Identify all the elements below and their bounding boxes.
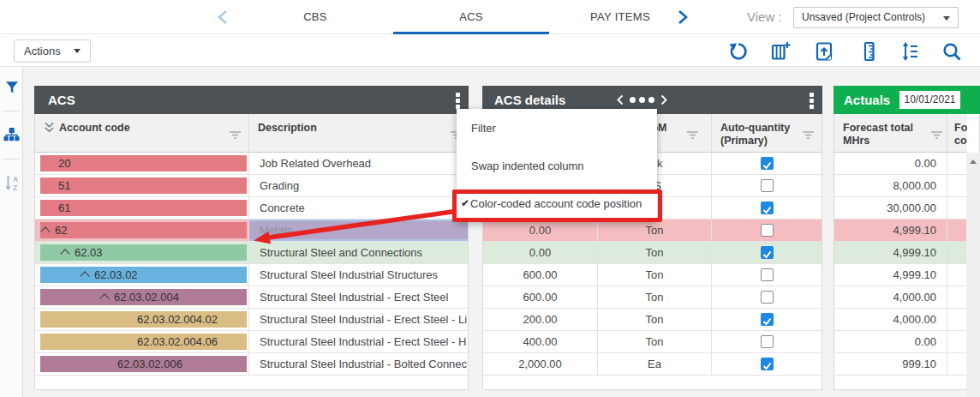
acs-row-62.03.02.004[interactable]: 62.03.02.004Structural Steel Industrial …	[35, 286, 468, 309]
collapse-all-icon[interactable]	[44, 122, 55, 133]
qty-cell[interactable]: 600.00	[483, 286, 598, 308]
acs-details-kebab-menu-icon[interactable]	[810, 93, 814, 109]
auto-quantity-cell[interactable]	[712, 175, 822, 196]
account-code-cell[interactable]: 62	[35, 220, 249, 241]
qty-cell[interactable]: 200.00	[483, 309, 598, 330]
nav-back-chevron-icon[interactable]	[217, 9, 229, 25]
page-prev-icon[interactable]	[617, 94, 624, 105]
description-cell[interactable]: Structural Steel Industrial - Bolted Con…	[249, 353, 468, 375]
account-code-cell[interactable]: 20	[35, 153, 249, 174]
acs-row-51[interactable]: 51Grading	[35, 175, 468, 197]
forecast-cost-cell[interactable]	[947, 286, 967, 308]
column-header-description[interactable]: Description	[249, 114, 468, 153]
menu-item-filter[interactable]: Filter	[457, 109, 657, 147]
acs-kebab-menu-icon[interactable]	[456, 93, 460, 109]
actuals-row[interactable]: 4,999.10	[834, 220, 967, 242]
auto-quantity-cell[interactable]	[712, 242, 822, 263]
actuals-row[interactable]: 8,000.00	[834, 175, 967, 197]
description-cell[interactable]: Job Related Overhead	[249, 153, 468, 174]
forecast-cost-cell[interactable]	[947, 197, 967, 219]
uom-cell[interactable]: Ton	[598, 220, 712, 241]
acs-details-row[interactable]: 600.00Ton	[483, 264, 822, 286]
account-code-cell[interactable]: 62.03.02	[35, 264, 249, 286]
forecast-mhrs-cell[interactable]: 4,999.10	[834, 242, 947, 263]
account-code-cell[interactable]: 62.03	[35, 242, 249, 263]
acs-details-row[interactable]: 2,000.00Ea	[483, 353, 822, 376]
collapse-row-icon[interactable]	[40, 226, 50, 236]
panel-pagination[interactable]	[617, 94, 667, 105]
column-header-auto-quantity[interactable]: Auto-quantity (Primary)	[712, 114, 822, 153]
collapse-row-icon[interactable]	[80, 271, 89, 280]
auto-quantity-cell[interactable]	[712, 286, 822, 308]
account-code-cell[interactable]: 62.03.02.006	[35, 353, 249, 375]
row-height-icon[interactable]	[899, 41, 920, 62]
acs-details-row[interactable]: 0.00Ton	[483, 220, 822, 242]
actuals-row[interactable]: 4,999.10	[834, 264, 967, 286]
account-code-cell[interactable]: 62.03.02.004.06	[35, 331, 249, 352]
forecast-cost-cell[interactable]	[947, 331, 967, 352]
acs-details-row[interactable]: 200.00Ton	[483, 309, 822, 331]
acs-details-row[interactable]: 600.00Ton	[483, 286, 822, 309]
actuals-date-field[interactable]: 10/01/2021	[899, 91, 960, 109]
description-cell[interactable]: Grading	[249, 175, 468, 196]
qty-cell[interactable]: 600.00	[483, 264, 598, 286]
uom-cell[interactable]: Ton	[598, 309, 712, 330]
auto-quantity-cell[interactable]	[712, 331, 822, 352]
page-next-icon[interactable]	[660, 94, 667, 105]
forecast-mhrs-cell[interactable]: 4,000.00	[834, 286, 947, 308]
auto-quantity-checkbox[interactable]	[761, 224, 774, 237]
uom-cell[interactable]: Ea	[598, 353, 712, 375]
acs-details-row[interactable]: 400.00Ton	[483, 331, 822, 353]
actuals-row[interactable]: 0.00	[834, 331, 967, 353]
acs-details-row[interactable]: 0.00Ton	[483, 242, 822, 264]
description-cell[interactable]: Structural Steel Industrial - Erect Stee…	[249, 331, 468, 352]
qty-cell[interactable]: 0.00	[483, 220, 598, 241]
forecast-mhrs-cell[interactable]: 8,000.00	[834, 175, 947, 196]
actions-button[interactable]: Actions	[14, 39, 91, 63]
nav-forward-chevron-icon[interactable]	[677, 9, 689, 25]
account-code-cell[interactable]: 51	[35, 175, 249, 196]
forecast-mhrs-cell[interactable]: 4,999.10	[834, 220, 947, 241]
vertical-scrollbar[interactable]	[966, 153, 980, 397]
auto-quantity-checkbox[interactable]	[761, 291, 774, 304]
forecast-cost-cell[interactable]	[947, 353, 967, 375]
add-column-icon[interactable]	[770, 41, 791, 62]
column-filter-icon[interactable]	[930, 130, 943, 140]
forecast-cost-cell[interactable]	[947, 175, 967, 196]
forecast-cost-cell[interactable]	[947, 309, 967, 330]
account-code-cell[interactable]: 62.03.02.004	[35, 286, 249, 308]
scroll-up-icon[interactable]	[970, 159, 977, 164]
menu-item-swap-indented-column[interactable]: Swap indented column	[457, 147, 657, 184]
column-header-forecast-cost[interactable]: Forecast total cost	[947, 114, 967, 153]
search-icon[interactable]	[941, 41, 962, 62]
acs-row-62.03.02.004.06[interactable]: 62.03.02.004.06Structural Steel Industri…	[35, 331, 468, 353]
acs-row-62.03.02[interactable]: 62.03.02Structural Steel Industrial Stru…	[35, 264, 468, 286]
actuals-row[interactable]: 4,999.10	[834, 242, 967, 264]
acs-row-20[interactable]: 20Job Related Overhead	[35, 153, 468, 175]
account-code-cell[interactable]: 61	[35, 197, 249, 219]
undo-icon[interactable]	[728, 41, 749, 62]
tab-cbs[interactable]: CBS	[237, 0, 393, 34]
uom-cell[interactable]: Ton	[598, 331, 712, 352]
forecast-mhrs-cell[interactable]: 999.10	[834, 353, 947, 375]
column-header-account-code[interactable]: Account code	[35, 114, 249, 153]
auto-quantity-cell[interactable]	[712, 220, 822, 241]
auto-quantity-cell[interactable]	[712, 309, 822, 330]
forecast-mhrs-cell[interactable]: 4,000.00	[834, 309, 947, 330]
auto-quantity-checkbox[interactable]	[761, 246, 774, 259]
auto-quantity-checkbox[interactable]	[761, 335, 774, 348]
acs-row-62.03.02.006[interactable]: 62.03.02.006Structural Steel Industrial …	[35, 353, 468, 376]
forecast-mhrs-cell[interactable]: 0.00	[834, 153, 947, 174]
hierarchy-rail-icon[interactable]	[3, 127, 20, 142]
actuals-row[interactable]: 4,000.00	[834, 286, 967, 309]
auto-quantity-cell[interactable]	[712, 264, 822, 286]
auto-quantity-checkbox[interactable]	[761, 179, 774, 192]
tab-pay-items[interactable]: PAY ITEMS	[549, 0, 691, 34]
column-filter-icon[interactable]	[229, 130, 242, 140]
auto-quantity-checkbox[interactable]	[761, 202, 774, 214]
qty-cell[interactable]: 0.00	[483, 242, 598, 263]
collapse-row-icon[interactable]	[60, 249, 69, 258]
uom-cell[interactable]: Ton	[598, 286, 712, 308]
uom-cell[interactable]: Ton	[598, 242, 712, 263]
sort-az-rail-icon[interactable]: AZ	[4, 175, 19, 191]
